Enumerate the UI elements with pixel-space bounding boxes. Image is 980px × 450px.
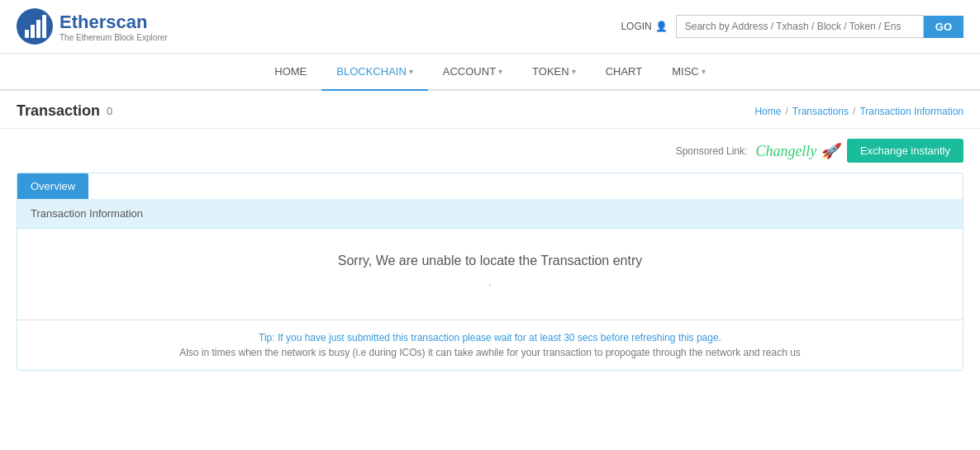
tip-line2: Also in times when the network is busy (… — [34, 347, 946, 358]
breadcrumb-sep2: / — [853, 106, 855, 117]
nav-token-label: TOKEN — [532, 65, 569, 78]
nav-item-chart[interactable]: CHART — [591, 54, 658, 91]
token-chevron-icon: ▾ — [572, 67, 576, 76]
breadcrumb: Home / Transactions / Transaction Inform… — [754, 106, 963, 117]
svg-rect-3 — [36, 20, 40, 38]
svg-rect-1 — [25, 30, 29, 38]
error-dot: . — [34, 275, 946, 288]
account-chevron-icon: ▾ — [498, 67, 502, 76]
changelly-logo: Changelly 🚀 — [755, 142, 839, 160]
login-button[interactable]: LOGIN 👤 — [621, 21, 667, 32]
person-icon: 👤 — [655, 21, 668, 32]
logo-subtitle: The Ethereum Block Explorer — [59, 33, 168, 42]
search-input[interactable] — [676, 15, 924, 38]
search-bar: GO — [676, 15, 963, 38]
page-title-text: Transaction — [17, 102, 100, 120]
page-header: Transaction 0 Home / Transactions / Tran… — [0, 91, 980, 129]
logo-title: Etherscan — [59, 12, 168, 33]
logo-area: Etherscan The Ethereum Block Explorer — [17, 8, 168, 45]
transaction-card: Overview Transaction Information Sorry, … — [17, 173, 963, 371]
blockchain-chevron-icon: ▾ — [409, 67, 413, 76]
misc-chevron-icon: ▾ — [702, 67, 706, 76]
tab-overview[interactable]: Overview — [17, 173, 88, 199]
breadcrumb-home[interactable]: Home — [754, 106, 781, 117]
page-title: Transaction 0 — [17, 102, 112, 120]
tab-row: Overview — [17, 173, 963, 199]
nav-item-account[interactable]: ACCOUNT ▾ — [428, 54, 517, 91]
breadcrumb-current[interactable]: Transaction Information — [859, 106, 963, 117]
breadcrumb-transactions[interactable]: Transactions — [792, 106, 849, 117]
nav-account-label: ACCOUNT — [443, 65, 496, 78]
logo-icon — [17, 8, 53, 45]
exchange-button[interactable]: Exchange instantly — [847, 139, 963, 163]
card-header: Transaction Information — [17, 199, 963, 229]
sponsored-row: Sponsored Link: Changelly 🚀 Exchange ins… — [17, 139, 963, 163]
card-footer: Tip: If you have just submitted this tra… — [17, 320, 963, 370]
header-right: LOGIN 👤 GO — [621, 15, 963, 38]
card-body: Sorry, We are unable to locate the Trans… — [17, 229, 963, 320]
nav-home-label: HOME — [274, 65, 307, 78]
breadcrumb-sep1: / — [785, 106, 787, 117]
nav-item-home[interactable]: HOME — [259, 54, 321, 91]
svg-rect-4 — [42, 15, 46, 38]
tip-line1: Tip: If you have just submitted this tra… — [34, 332, 946, 343]
login-label: LOGIN — [621, 21, 651, 32]
nav-item-blockchain[interactable]: BLOCKCHAIN ▾ — [321, 54, 428, 91]
changelly-rocket-icon: 🚀 — [821, 143, 839, 159]
logo-text-area: Etherscan The Ethereum Block Explorer — [59, 12, 168, 42]
nav-misc-label: MISC — [672, 65, 699, 78]
svg-rect-2 — [31, 25, 35, 38]
error-message: Sorry, We are unable to locate the Trans… — [34, 253, 946, 268]
nav-chart-label: CHART — [606, 65, 643, 78]
nav-item-token[interactable]: TOKEN ▾ — [517, 54, 591, 91]
nav-item-misc[interactable]: MISC ▾ — [657, 54, 721, 91]
search-button[interactable]: GO — [924, 16, 963, 38]
sponsored-label: Sponsored Link: — [676, 145, 748, 157]
page-title-badge: 0 — [107, 105, 112, 117]
main-nav: HOME BLOCKCHAIN ▾ ACCOUNT ▾ TOKEN ▾ CHAR… — [0, 54, 980, 91]
nav-blockchain-label: BLOCKCHAIN — [336, 65, 407, 78]
header: Etherscan The Ethereum Block Explorer LO… — [0, 0, 980, 54]
changelly-name: Changelly — [755, 143, 816, 159]
main-content: Sponsored Link: Changelly 🚀 Exchange ins… — [0, 129, 980, 381]
